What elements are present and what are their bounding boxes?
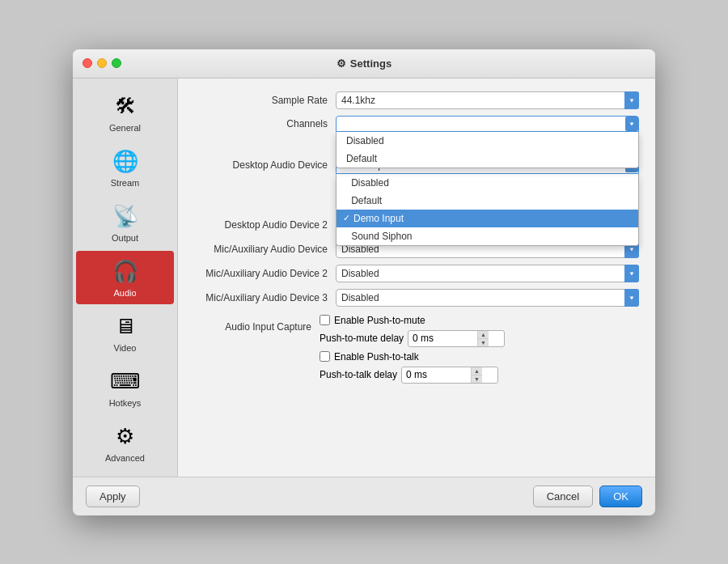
sample-rate-label: Sample Rate: [194, 95, 336, 106]
mic-aux3-label: Mic/Auxiliary Audio Device 3: [194, 292, 336, 303]
mic-aux2-arrow: [624, 265, 639, 282]
mic-aux3-control: Disabled: [336, 289, 639, 307]
desktop-audio-label: Desktop Audio Device: [194, 159, 336, 171]
general-icon: 🛠: [111, 92, 140, 121]
push-talk-stepper-up[interactable]: ▲: [472, 367, 482, 375]
push-mute-label: Enable Push-to-mute: [334, 315, 425, 326]
titlebar: ⚙ Settings: [73, 49, 655, 78]
mic-aux3-wrapper: Disabled: [336, 289, 639, 307]
sidebar-label-general: General: [109, 123, 141, 133]
video-icon: 🖥: [111, 312, 140, 341]
advanced-icon: ⚙: [111, 422, 140, 452]
push-mute-stepper: ▲ ▼: [477, 331, 489, 346]
settings-window: ⚙ Settings 🛠 General 🌐 Stream 📡 Output 🎧…: [73, 49, 655, 515]
svg-marker-0: [630, 99, 634, 102]
mic-aux3-select[interactable]: Disabled: [336, 289, 639, 307]
sidebar-item-stream[interactable]: 🌐 Stream: [76, 141, 174, 194]
stream-icon: 🌐: [111, 147, 140, 176]
push-mute-row: Enable Push-to-mute: [320, 315, 639, 326]
push-talk-checkbox[interactable]: [320, 351, 330, 362]
main-content: Sample Rate 44.1khz Channels: [178, 78, 655, 477]
svg-marker-1: [630, 122, 634, 125]
sidebar-label-output: Output: [112, 233, 138, 243]
channels-field[interactable]: [336, 116, 639, 132]
footer: Apply Cancel OK: [73, 477, 655, 515]
maximize-button[interactable]: [112, 58, 121, 68]
close-button[interactable]: [83, 58, 92, 68]
push-mute-checkbox[interactable]: [320, 315, 330, 325]
push-talk-stepper-down[interactable]: ▼: [472, 375, 482, 383]
mic-aux2-label: Mic/Auxiliary Audio Device 2: [194, 268, 336, 279]
sidebar-label-hotkeys: Hotkeys: [109, 398, 142, 408]
mic-aux2-row: Mic/Auxiliary Audio Device 2 Disabled: [194, 265, 639, 282]
push-talk-stepper: ▲ ▼: [471, 367, 482, 383]
minimize-button[interactable]: [97, 58, 107, 68]
sidebar-item-hotkeys[interactable]: ⌨ Hotkeys: [76, 361, 174, 414]
channels-row: Channels Disabled: [194, 116, 639, 132]
svg-marker-5: [630, 272, 634, 275]
mic-aux-label: Mic/Auxiliary Audio Device: [194, 244, 336, 255]
channels-option-default[interactable]: Default: [336, 150, 638, 168]
sidebar-item-output[interactable]: 📡 Output: [76, 196, 174, 249]
audio-icon: 🎧: [111, 257, 140, 286]
push-talk-label: Enable Push-to-talk: [334, 351, 419, 363]
output-icon: 📡: [111, 202, 140, 231]
desktop-audio2-label: Desktop Audio Device 2: [194, 219, 336, 231]
sample-rate-select[interactable]: 44.1khz: [336, 91, 639, 109]
hotkeys-icon: ⌨: [111, 367, 140, 396]
mic-aux2-control: Disabled: [336, 265, 639, 282]
push-mute-delay-row: Push-to-mute delay ▲ ▼: [320, 330, 639, 347]
push-talk-delay-input[interactable]: [402, 367, 471, 382]
push-talk-delay-row: Push-to-talk delay ▲ ▼: [320, 367, 639, 384]
footer-right: Cancel OK: [533, 486, 642, 507]
sidebar-label-video: Video: [114, 343, 137, 353]
window-body: 🛠 General 🌐 Stream 📡 Output 🎧 Audio 🖥 Vi…: [73, 78, 655, 477]
mic-aux3-arrow: [624, 289, 639, 307]
channels-option-disabled[interactable]: Disabled: [336, 132, 638, 150]
push-mute-stepper-down[interactable]: ▼: [478, 339, 489, 346]
push-talk-delay-input-wrapper: ▲ ▼: [401, 367, 498, 384]
sidebar-label-advanced: Advanced: [105, 453, 145, 463]
apply-button[interactable]: Apply: [86, 486, 140, 507]
sample-rate-wrapper: 44.1khz: [336, 91, 639, 109]
audio-input-section: Enable Push-to-mute Push-to-mute delay ▲…: [320, 315, 639, 388]
desktop-option-demo-input[interactable]: ✓ Demo Input: [336, 210, 638, 227]
sidebar-item-audio[interactable]: 🎧 Audio: [76, 251, 174, 304]
push-talk-delay-label: Push-to-talk delay: [320, 369, 397, 380]
ok-button[interactable]: OK: [599, 486, 642, 507]
push-mute-delay-label: Push-to-mute delay: [320, 333, 404, 344]
sidebar-label-audio: Audio: [113, 288, 136, 298]
push-mute-delay-input-wrapper: ▲ ▼: [408, 330, 505, 347]
sidebar-label-stream: Stream: [111, 178, 139, 188]
sample-rate-arrow: [624, 91, 639, 109]
sidebar: 🛠 General 🌐 Stream 📡 Output 🎧 Audio 🖥 Vi…: [73, 78, 178, 477]
channels-label: Channels: [194, 118, 336, 129]
desktop-audio-dropdown: Disabled Default ✓ Demo Input So: [336, 174, 639, 246]
audio-input-row: Audio Input Capture Enable Push-to-mute …: [194, 315, 639, 388]
svg-marker-6: [630, 296, 634, 299]
cancel-button[interactable]: Cancel: [533, 486, 593, 507]
push-mute-delay-input[interactable]: [408, 331, 477, 346]
mic-aux2-select[interactable]: Disabled: [336, 265, 639, 282]
sidebar-item-general[interactable]: 🛠 General: [76, 86, 174, 139]
channels-dropdown: Disabled Default: [336, 132, 639, 168]
channels-control: Disabled Default: [336, 116, 639, 132]
traffic-lights: [83, 58, 121, 68]
mic-aux3-row: Mic/Auxiliary Audio Device 3 Disabled: [194, 289, 639, 307]
desktop-option-disabled[interactable]: Disabled: [336, 174, 638, 192]
sample-rate-row: Sample Rate 44.1khz: [194, 91, 639, 109]
sidebar-item-advanced[interactable]: ⚙ Advanced: [76, 416, 174, 469]
svg-marker-4: [630, 248, 634, 251]
desktop-option-default[interactable]: Default: [336, 192, 638, 210]
audio-input-label: Audio Input Capture: [194, 315, 320, 333]
mic-aux2-wrapper: Disabled: [336, 265, 639, 282]
sidebar-item-video[interactable]: 🖥 Video: [76, 306, 174, 359]
push-talk-row: Enable Push-to-talk: [320, 351, 639, 363]
window-title: ⚙ Settings: [336, 57, 392, 70]
desktop-option-sound-siphon[interactable]: Sound Siphon: [336, 227, 638, 245]
push-mute-stepper-up[interactable]: ▲: [478, 331, 489, 339]
sample-rate-control: 44.1khz: [336, 91, 639, 109]
settings-icon: ⚙: [336, 57, 346, 70]
